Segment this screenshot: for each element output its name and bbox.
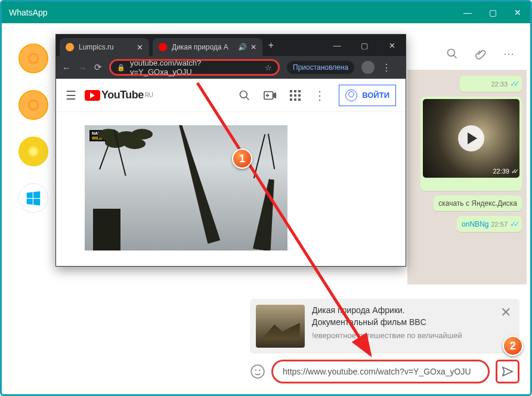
minimize-button[interactable]: —	[455, 2, 480, 23]
preview-thumbnail	[256, 305, 305, 348]
message-input[interactable]: https://www.youtube.com/watch?v=Y_GOxa_y…	[271, 360, 490, 383]
video-message[interactable]: 22:39	[420, 97, 522, 191]
compose-area: Дикая природа Африки. Документальный фил…	[250, 299, 519, 383]
svg-rect-10	[298, 90, 301, 92]
profile-avatar[interactable]	[361, 61, 375, 74]
chat-avatar[interactable]	[18, 183, 48, 213]
svg-line-6	[246, 97, 249, 100]
tab-close-icon[interactable]: ✕	[137, 43, 143, 52]
message-bubble[interactable]: 22:33	[460, 76, 522, 92]
svg-line-1	[454, 55, 457, 58]
browser-tab[interactable]: Lumpics.ru ✕	[60, 38, 149, 56]
send-icon	[501, 365, 514, 378]
new-tab-button[interactable]: +	[262, 40, 280, 51]
maximize-button[interactable]: ▢	[480, 2, 505, 23]
close-button[interactable]: ✕	[505, 2, 530, 23]
send-button[interactable]	[496, 360, 519, 383]
svg-rect-13	[298, 94, 301, 97]
video-duration: 22:39	[493, 168, 516, 175]
url-text: youtube.com/watch?v=Y_GOxa_yOJU	[130, 58, 260, 76]
maximize-button[interactable]: ▢	[351, 35, 378, 56]
close-preview-button[interactable]: ✕	[498, 305, 514, 320]
search-icon[interactable]	[239, 89, 250, 101]
message-bubble[interactable]: onNBNg 22:57	[457, 216, 522, 232]
message-time: 22:33	[491, 81, 508, 88]
read-ticks-icon	[511, 168, 516, 175]
youtube-page: ☰ YouTube RU ⋮ ВОЙТИ	[56, 79, 406, 266]
reload-button[interactable]: ⟳	[94, 62, 102, 73]
svg-rect-15	[294, 98, 296, 101]
settings-kebab-icon[interactable]: ⋮	[314, 88, 326, 103]
browser-tab[interactable]: Дикая природа А 🔊 ✕	[153, 38, 262, 56]
video-player[interactable]: NAT GEO WILD HD	[85, 125, 287, 250]
video-thumbnail[interactable]	[423, 99, 519, 178]
paperclip-icon[interactable]	[475, 48, 487, 60]
message-input-value: https://www.youtube.com/watch?v=Y_GOxa_y…	[283, 367, 471, 376]
read-ticks-icon	[510, 219, 517, 228]
preview-title: Документальный фильм BBC	[312, 317, 491, 329]
hamburger-icon[interactable]: ☰	[66, 88, 76, 103]
link-preview: Дикая природа Африки. Документальный фил…	[250, 299, 519, 354]
chat-avatar[interactable]	[18, 90, 48, 120]
svg-rect-12	[294, 94, 296, 97]
svg-point-0	[448, 50, 455, 57]
svg-point-4	[259, 370, 261, 372]
emoji-icon[interactable]	[250, 364, 265, 379]
chat-avatar[interactable]	[18, 44, 48, 73]
favicon	[66, 43, 74, 51]
app-title: WhatsApp	[9, 8, 48, 17]
logo-text: YouTube	[101, 89, 144, 101]
tab-audio-icon[interactable]: 🔊	[238, 43, 247, 51]
forward-button[interactable]: →	[78, 63, 87, 73]
bookmark-icon[interactable]: ☆	[265, 63, 272, 72]
profile-paused-pill[interactable]: Приостановлена	[287, 61, 354, 74]
svg-rect-9	[294, 90, 296, 92]
preview-subtitle: !евероятное путешествие по величайшей	[312, 330, 491, 341]
minimize-button[interactable]: —	[323, 35, 351, 56]
svg-rect-16	[298, 98, 301, 101]
whatsapp-titlebar: WhatsApp — ▢ ✕	[2, 2, 530, 23]
browser-toolbar: ← → ⟳ 🔒 youtube.com/watch?v=Y_GOxa_yOJU …	[56, 56, 406, 79]
svg-rect-14	[290, 98, 292, 101]
signin-button[interactable]: ВОЙТИ	[339, 85, 396, 106]
search-icon[interactable]	[446, 48, 458, 60]
user-icon	[345, 89, 357, 101]
back-button[interactable]: ←	[62, 63, 71, 73]
chat-avatar[interactable]	[18, 137, 48, 166]
preview-title: Дикая природа Африки.	[312, 305, 491, 317]
youtube-play-icon	[85, 90, 100, 101]
svg-rect-11	[290, 94, 292, 97]
menu-kebab-icon[interactable]: ⋯	[503, 47, 515, 60]
read-ticks-icon	[510, 79, 517, 88]
tab-title: Дикая природа А	[172, 43, 228, 51]
signin-label: ВОЙТИ	[362, 91, 389, 100]
tab-close-icon[interactable]: ✕	[250, 43, 256, 51]
play-icon[interactable]	[458, 125, 484, 151]
browser-window: Lumpics.ru ✕ Дикая природа А 🔊 ✕ + — ▢ ✕…	[55, 34, 406, 267]
message-time: 22:57	[491, 221, 508, 228]
region-code: RU	[145, 92, 153, 98]
address-bar[interactable]: 🔒 youtube.com/watch?v=Y_GOxa_yOJU ☆	[109, 59, 280, 76]
lock-icon: 🔒	[117, 64, 125, 72]
windows-icon	[24, 189, 42, 207]
svg-point-5	[240, 91, 248, 98]
message-list: 22:33 22:39 скачать с Яндекс.Диска onNBN…	[407, 70, 527, 284]
close-button[interactable]: ✕	[378, 35, 406, 56]
favicon	[159, 43, 167, 51]
youtube-logo[interactable]: YouTube RU	[85, 89, 153, 101]
browser-tabstrip: Lumpics.ru ✕ Дикая природа А 🔊 ✕ + — ▢ ✕	[56, 35, 406, 56]
message-text: скачать с Яндекс.Диска	[438, 199, 517, 208]
message-link[interactable]: onNBNg	[462, 220, 488, 228]
apps-grid-icon[interactable]	[290, 90, 301, 101]
svg-point-3	[255, 370, 256, 372]
svg-rect-8	[290, 90, 292, 92]
create-video-icon[interactable]	[264, 91, 277, 100]
svg-point-2	[251, 365, 264, 378]
tab-title: Lumpics.ru	[79, 43, 114, 51]
browser-menu-icon[interactable]: ⋮	[382, 62, 391, 73]
message-bubble[interactable]: скачать с Яндекс.Диска	[434, 196, 522, 211]
